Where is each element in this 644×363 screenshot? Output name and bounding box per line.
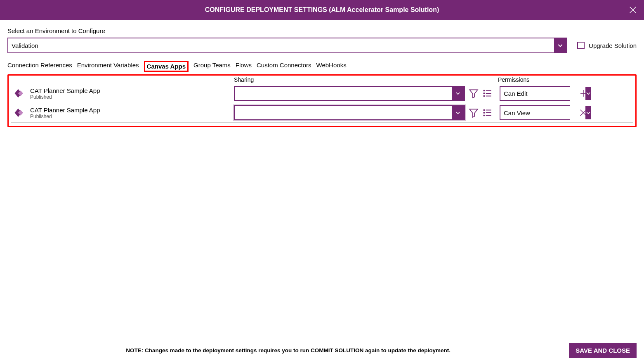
filter-button[interactable] (468, 88, 479, 99)
upgrade-solution-label: Upgrade Solution (589, 42, 637, 49)
filter-button[interactable] (468, 107, 479, 118)
sharing-select[interactable] (234, 105, 465, 120)
tab-bar: Connection References Environment Variab… (7, 61, 637, 72)
tab-canvas-apps[interactable]: Canvas Apps (144, 61, 189, 72)
powerapps-icon (11, 106, 25, 120)
svg-point-10 (484, 95, 484, 96)
tab-environment-variables[interactable]: Environment Variables (77, 61, 139, 72)
list-button[interactable] (482, 88, 493, 99)
env-select-chevron[interactable] (554, 38, 566, 52)
env-select-input[interactable] (8, 38, 554, 52)
permissions-header: Permissions (498, 76, 568, 83)
canvas-apps-panel: Sharing Permissions CAT Planner Sample A… (7, 74, 637, 127)
env-select[interactable] (7, 38, 567, 53)
chevron-down-icon (557, 42, 564, 49)
close-icon (579, 108, 588, 117)
app-name: CAT Planner Sample App (30, 87, 100, 94)
plus-icon (579, 88, 589, 98)
sharing-chevron[interactable] (452, 106, 464, 119)
app-row: CAT Planner Sample App Published (11, 103, 633, 123)
svg-marker-4 (469, 90, 478, 98)
permission-value[interactable] (500, 106, 585, 119)
filter-icon (468, 88, 479, 99)
list-icon (482, 107, 493, 118)
svg-point-19 (484, 109, 484, 110)
tab-group-teams[interactable]: Group Teams (193, 61, 231, 72)
chevron-down-icon (455, 110, 461, 116)
chevron-down-icon (455, 90, 461, 96)
permission-select[interactable] (500, 86, 570, 101)
app-name: CAT Planner Sample App (30, 107, 100, 114)
header-title: CONFIGURE DEPLOYMENT SETTINGS (ALM Accel… (205, 6, 439, 14)
app-row: CAT Planner Sample App Published (11, 84, 633, 103)
remove-row-button[interactable] (579, 108, 588, 117)
svg-point-20 (484, 112, 484, 113)
tab-connection-references[interactable]: Connection References (7, 61, 72, 72)
env-label: Select an Environment to Configure (7, 27, 637, 34)
svg-point-21 (484, 115, 484, 116)
add-row-button[interactable] (579, 88, 589, 98)
svg-point-9 (484, 93, 484, 94)
permission-value[interactable] (500, 87, 585, 100)
permission-select[interactable] (500, 105, 570, 120)
upgrade-solution-checkbox[interactable] (577, 42, 585, 49)
powerapps-icon (11, 86, 25, 100)
sharing-select[interactable] (234, 86, 465, 101)
list-icon (482, 88, 493, 99)
app-status: Published (30, 94, 100, 100)
tab-webhooks[interactable]: WebHooks (316, 61, 347, 72)
close-button[interactable] (628, 5, 637, 14)
tab-flows[interactable]: Flows (236, 61, 252, 72)
svg-point-8 (484, 90, 484, 91)
svg-marker-15 (469, 109, 478, 117)
sharing-chevron[interactable] (452, 87, 464, 100)
sharing-header: Sharing (234, 76, 498, 83)
sharing-input[interactable] (235, 106, 452, 119)
filter-icon (468, 107, 479, 118)
tab-custom-connectors[interactable]: Custom Connectors (257, 61, 311, 72)
sharing-input[interactable] (235, 87, 452, 100)
header-bar: CONFIGURE DEPLOYMENT SETTINGS (ALM Accel… (0, 0, 644, 20)
close-icon (628, 5, 637, 14)
column-headers: Sharing Permissions (11, 76, 633, 84)
list-button[interactable] (482, 107, 493, 118)
app-status: Published (30, 114, 100, 119)
